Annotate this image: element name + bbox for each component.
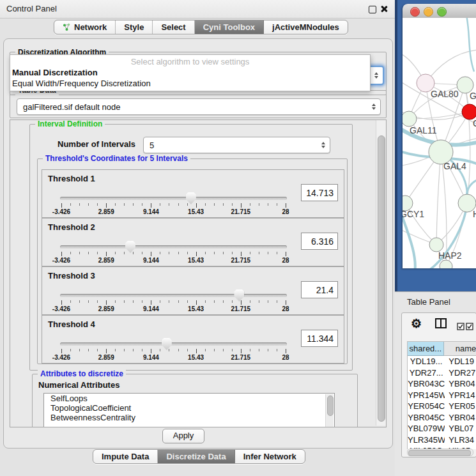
popup-item-manual-discretization[interactable]: Manual Discretization [10,67,372,78]
scrollbar-thumb[interactable] [327,395,334,416]
attribute-item-betweennesscentrality[interactable]: BetweennessCentrality [44,413,334,422]
table-row[interactable]: YPR145WYPR14 [408,390,476,401]
tab-label: Infer Network [243,452,296,461]
numerical-attributes-list[interactable]: SelfLoopsTopologicalCoefficientBetweenne… [43,393,335,427]
threshold-1-value-field[interactable] [301,184,338,201]
tab-jactivemnodules[interactable]: jActiveMNodules [264,20,348,34]
cell-name: YDR27 [445,367,476,379]
slider-tick [214,252,215,254]
tab-style[interactable]: Style [116,20,153,34]
slider-thumb[interactable] [234,289,244,302]
attribute-item-selfloops[interactable]: SelfLoops [44,394,334,403]
popup-item-equal-width-frequency[interactable]: Equal Width/Frequency Discretization [10,78,372,89]
slider-tick [79,252,80,254]
slider-tick [61,203,62,208]
table-row[interactable]: YBL079WYBL07 [408,423,476,434]
slider-tick [214,203,215,206]
table-panel-region: Table Panel ⚙ shared... name YDL19...YDL… [395,291,476,476]
slider-tick [124,349,125,351]
table-data-combobox[interactable]: galFiltered.sif default node [17,98,381,115]
tab-select[interactable]: Select [153,20,194,34]
close-traffic-icon[interactable] [410,7,420,17]
slider-tick [205,300,206,303]
table-horizontal-scrollbar[interactable] [407,449,473,456]
scrollbar-thumb[interactable] [378,135,385,422]
slider-tick [232,203,233,206]
slider-tick [232,349,233,351]
slider-tick [97,300,98,303]
network-node-c[interactable] [462,104,476,119]
network-node-gal11[interactable] [403,111,417,127]
apply-button[interactable]: Apply [162,429,204,443]
network-canvas[interactable]: GAL80GALCGAL11GAL4GCY1HHAP2 [403,18,476,268]
slider-tick [115,203,116,206]
slider-thumb[interactable] [125,241,135,253]
slider-tick [178,300,179,303]
slider-track[interactable] [60,245,287,249]
table-row[interactable]: YBR043CYBR04 [408,378,476,390]
table-row[interactable]: YDL19...YDL19 [408,356,476,367]
slider-tick [142,252,142,254]
column-header-name[interactable]: name [444,342,476,356]
table-row[interactable]: YER054CYER05 [408,401,476,412]
network-node-hap2[interactable] [429,238,443,252]
deselect-all-checkbox-icon[interactable] [466,321,473,333]
tab-infer-network[interactable]: Infer Network [235,450,305,463]
slider-tick [106,349,107,353]
cell-name: YER05 [445,401,476,412]
slider-track[interactable] [60,197,287,200]
threshold-4-value-field[interactable] [301,330,338,347]
slider-tick [187,300,188,303]
slider-tick-label: 15.43 [188,257,204,264]
slider-tick [214,349,215,351]
slider-tick [169,300,169,303]
slider-tick [133,252,134,254]
threshold-2-value-field[interactable] [301,233,338,250]
tab-network[interactable]: Network [54,20,116,34]
close-icon[interactable] [380,5,388,13]
table-row[interactable]: YLR345WYLR34 [408,434,476,446]
table-row[interactable]: YBR045CYBR04 [408,412,476,424]
select-all-checkbox-icon[interactable] [457,321,464,333]
network-edge-highlighted [466,18,474,72]
slider-tick [88,300,89,303]
network-window-titlebar [403,4,476,19]
float-window-icon[interactable] [369,6,376,13]
tab-cyni-toolbox[interactable]: Cyni Toolbox [195,20,264,34]
network-node[interactable] [440,260,452,268]
slider-track[interactable] [60,294,287,297]
gear-icon[interactable]: ⚙ [411,316,422,332]
numerical-attributes-label: Numerical Attributes [38,380,119,390]
slider-track[interactable] [60,342,287,346]
list-scrollbar[interactable] [325,394,334,427]
slider-tick [178,349,179,351]
threshold-2-panel: Threshold 2-3.4262.8599.14415.4321.71528 [42,218,344,266]
network-graph: GAL80GALCGAL11GAL4GCY1HHAP2 [403,18,476,268]
slider-tick-label: 2.859 [98,257,114,264]
tab-discretize-data[interactable]: Discretize Data [158,450,234,463]
column-header-shared-name[interactable]: shared... [408,342,444,356]
group-title: Interval Definition [35,119,105,129]
columns-icon[interactable] [435,318,447,331]
threshold-3-value-field[interactable] [301,281,338,298]
pane-scrollbar[interactable] [376,120,386,426]
attribute-item-topologicalcoefficient[interactable]: TopologicalCoefficient [44,403,334,413]
minimize-traffic-icon[interactable] [424,7,433,17]
cell-name: YBR04 [445,412,476,424]
slider-tick [124,300,125,303]
zoom-traffic-icon[interactable] [437,7,447,17]
num-intervals-combobox[interactable]: 5 [143,137,330,153]
cell-name: YDL19 [445,356,476,367]
slider-thumb[interactable] [162,338,172,350]
tab-impute-data[interactable]: Impute Data [93,450,158,463]
slider-tick [151,300,151,305]
cell-shared-name: YBL079W [408,423,445,434]
table-row[interactable]: YDR27...YDR27 [408,367,476,379]
slider-tick [88,252,89,254]
scrollbar-thumb[interactable] [408,450,471,456]
slider-tick [70,252,71,254]
control-panel-titlebar: Control Panel [0,0,395,19]
slider-tick-label: -3.426 [52,354,70,361]
tab-label: Discretize Data [166,452,226,461]
slider-tick [250,203,250,206]
